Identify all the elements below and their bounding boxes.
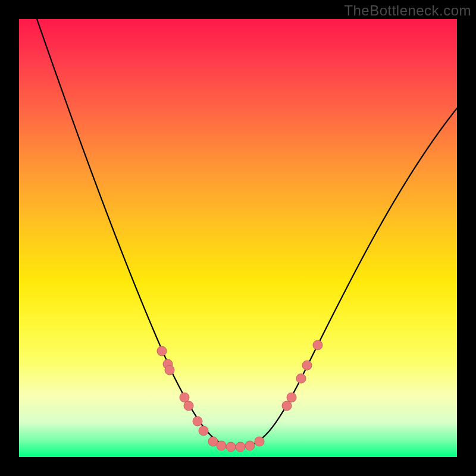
watermark-text: TheBottleneck.com [344,2,471,19]
curve-layer [19,19,457,457]
sample-point [287,393,296,402]
sample-points-group [157,340,322,452]
sample-point [313,340,322,350]
sample-point [296,374,306,383]
chart-stage: TheBottleneck.com [0,0,476,476]
sample-point [180,393,189,402]
sample-point [245,441,255,450]
sample-point [236,442,245,452]
sample-point [282,401,292,411]
sample-point [217,441,226,450]
sample-point [208,437,218,446]
bottleneck-curve [37,19,457,447]
sample-point [157,346,167,356]
sample-point [184,401,193,411]
sample-point [165,365,174,375]
plot-area [19,19,457,457]
sample-point [193,416,202,426]
sample-point [226,442,236,452]
sample-point [255,437,264,446]
sample-point [302,361,312,370]
sample-point [199,426,208,436]
